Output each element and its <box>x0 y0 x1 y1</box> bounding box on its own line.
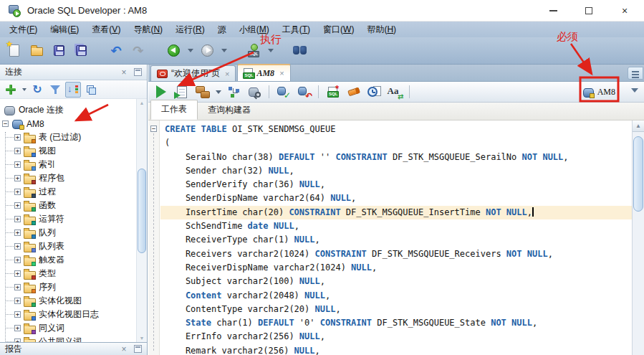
expand-toggle-icon[interactable]: + <box>14 229 21 236</box>
code-line-3[interactable]: SerailNo char(38) DEFAULT '' CONSTRAINT … <box>160 151 632 164</box>
change-case-button[interactable]: Aa <box>386 83 404 101</box>
sort-button[interactable] <box>65 82 81 98</box>
expand-toggle-icon[interactable]: + <box>14 175 21 181</box>
expand-toggle-icon[interactable]: + <box>14 284 21 290</box>
expand-toggle-icon[interactable]: + <box>14 311 21 318</box>
tree-item-tables[interactable]: +表 (已过滤) <box>0 131 136 144</box>
code-line-6[interactable]: SenderDispName varchar2(64) NULL, <box>160 191 632 205</box>
open-file-button[interactable] <box>27 42 46 60</box>
forward-button[interactable] <box>198 42 216 60</box>
autotrace-button[interactable] <box>193 83 211 101</box>
code-line-17[interactable]: Remark varchar2(256) NULL, <box>160 344 632 355</box>
menu-help[interactable]: 帮助(H) <box>360 22 403 37</box>
tree-item-materialized-view-logs[interactable]: +实体化视图日志 <box>0 308 136 321</box>
tab-list-button[interactable] <box>628 67 643 80</box>
add-connection-button[interactable] <box>3 82 19 98</box>
menu-team[interactable]: 小组(M) <box>233 22 276 37</box>
code-line-9[interactable]: ReceiverType char(1) NULL, <box>160 233 632 247</box>
editor-scrollbar-thumb[interactable] <box>633 136 643 212</box>
code-line-11[interactable]: ReceiverDispName varchar2(1024) NULL, <box>160 261 632 275</box>
connections-dropdown[interactable] <box>266 42 274 60</box>
tree-scrollbar-thumb[interactable] <box>138 169 146 253</box>
menu-navigate[interactable]: 导航(N) <box>127 22 169 37</box>
code-line-8[interactable]: SchSendTime date NULL, <box>160 219 632 233</box>
reports-minimize-icon[interactable] <box>134 345 142 353</box>
tree-item-am8[interactable]: −AM8 <box>0 117 136 131</box>
new-file-button[interactable] <box>5 42 24 60</box>
search-button[interactable] <box>291 42 309 60</box>
save-all-button[interactable] <box>72 42 90 60</box>
scroll-up-icon[interactable]: ▲ <box>137 100 147 105</box>
tree-item-sequences[interactable]: +序列 <box>0 280 136 294</box>
code-line-7[interactable]: InsertTime char(20) CONSTRAINT DF_STK_MS… <box>160 206 632 219</box>
expand-toggle-icon[interactable]: + <box>14 298 21 304</box>
menu-view[interactable]: 查看(V) <box>85 22 127 37</box>
tree-scrollbar[interactable]: ▲ ▼ <box>136 99 147 342</box>
tree-item-types[interactable]: +类型 <box>0 267 136 280</box>
tab-welcome-page[interactable]: “欢迎使用”页 × <box>150 65 236 81</box>
menu-tools[interactable]: 工具(T) <box>276 22 317 37</box>
connection-selector-dropdown[interactable] <box>631 88 638 93</box>
editor-scrollbar[interactable]: ▲ <box>632 120 644 355</box>
unshared-worksheet-button[interactable]: SQL* <box>324 83 342 101</box>
code-line-13[interactable]: Content varchar2(2048) NULL, <box>160 289 632 303</box>
collapse-all-button[interactable] <box>83 82 99 98</box>
tree-item-triggers[interactable]: +触发器 <box>0 253 136 267</box>
sql-editor[interactable]: − CREATE TABLE OI_STK_SENDMSG_QUEUE(Sera… <box>148 120 644 355</box>
expand-toggle-icon[interactable]: + <box>14 202 21 209</box>
tree-item-views[interactable]: +视图 <box>0 144 136 158</box>
add-connection-dropdown[interactable] <box>21 82 27 98</box>
menu-file[interactable]: 文件(F) <box>3 22 44 37</box>
expand-toggle-icon[interactable]: + <box>14 161 21 168</box>
code-line-5[interactable]: SenderVerify char(36) NULL, <box>160 178 632 191</box>
expand-toggle-icon[interactable]: + <box>14 189 21 195</box>
tree-item-functions[interactable]: +函数 <box>0 199 136 212</box>
reports-close-icon[interactable]: × <box>119 344 129 354</box>
undo-button[interactable] <box>107 42 125 60</box>
collapse-toggle-icon[interactable]: − <box>2 120 9 127</box>
tree-item-public-synonyms[interactable]: +公共同义词 <box>0 335 136 342</box>
connections-close-icon[interactable]: × <box>119 67 129 77</box>
redo-button[interactable] <box>129 42 148 60</box>
tree-item-packages[interactable]: +程序包 <box>0 171 136 185</box>
explain-plan-button[interactable] <box>225 83 243 101</box>
menu-edit[interactable]: 编辑(E) <box>44 22 85 37</box>
back-button[interactable] <box>164 42 183 60</box>
code-line-14[interactable]: ContentType varchar2(20) NULL, <box>160 303 632 316</box>
expand-toggle-icon[interactable]: + <box>14 148 21 154</box>
refresh-button[interactable] <box>29 82 45 98</box>
code-line-4[interactable]: Sender char(32) NULL, <box>160 164 632 178</box>
expand-toggle-icon[interactable]: + <box>14 270 21 277</box>
tree-item-materialized-views[interactable]: +实体化视图 <box>0 294 136 308</box>
sql-tuning-button[interactable] <box>246 83 264 101</box>
tree-item-synonyms[interactable]: +同义词 <box>0 321 136 335</box>
tab-am8-worksheet[interactable]: SQL AM8 × <box>237 64 290 81</box>
code-line-10[interactable]: Receivers varchar2(1024) CONSTRAINT DF_S… <box>160 247 632 261</box>
scroll-up-icon[interactable]: ▲ <box>633 120 644 132</box>
run-script-button[interactable] <box>173 83 191 101</box>
close-button[interactable]: × <box>617 3 633 19</box>
menu-source[interactable]: 源 <box>211 22 233 37</box>
expand-toggle-icon[interactable]: + <box>14 134 21 141</box>
back-dropdown[interactable] <box>186 42 194 60</box>
expand-toggle-icon[interactable]: + <box>14 243 21 250</box>
code-line-16[interactable]: ErrInfo varchar2(256) NULL, <box>160 330 632 344</box>
connection-selector[interactable]: AM8 <box>580 84 618 100</box>
connections-button[interactable]: SQL <box>244 42 263 60</box>
clear-button[interactable] <box>345 83 362 101</box>
expand-toggle-icon[interactable]: + <box>14 216 21 222</box>
tree-item-operators[interactable]: +运算符 <box>0 212 136 226</box>
code-line-2[interactable]: ( <box>160 136 632 150</box>
tab-close-icon[interactable]: × <box>279 69 284 77</box>
tab-worksheet[interactable]: 工作表 <box>150 100 198 120</box>
expand-toggle-icon[interactable]: + <box>14 339 21 342</box>
tree-item-oracle-root[interactable]: Oracle 连接 <box>0 103 136 117</box>
maximize-button[interactable] <box>581 3 597 19</box>
connections-minimize-icon[interactable] <box>134 68 142 76</box>
minimize-button[interactable] <box>545 3 561 19</box>
tab-query-builder[interactable]: 查询构建器 <box>198 101 261 120</box>
tree-item-queues[interactable]: +队列 <box>0 226 136 240</box>
menu-window[interactable]: 窗口(W) <box>317 22 360 37</box>
filter-button[interactable] <box>47 82 63 98</box>
forward-dropdown[interactable] <box>220 42 228 60</box>
